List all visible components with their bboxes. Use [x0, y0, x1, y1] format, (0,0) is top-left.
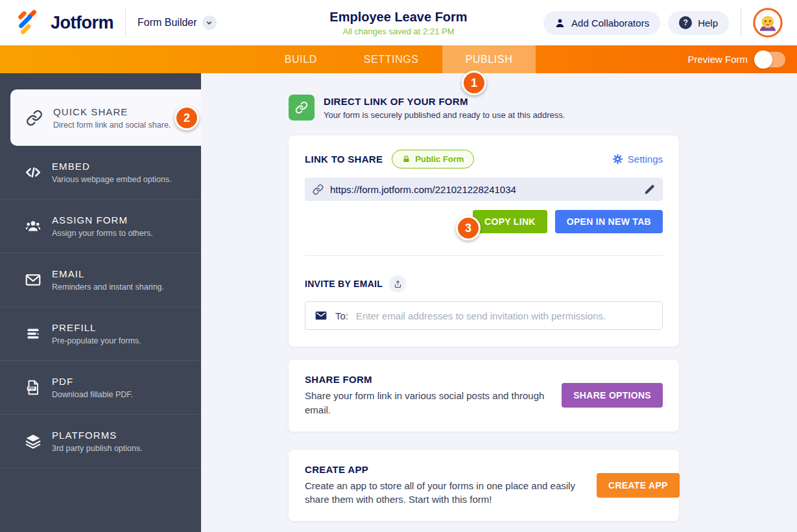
link-icon: [289, 95, 315, 121]
form-title-block: Employee Leave Form All changes saved at…: [329, 10, 467, 36]
people-icon: [25, 218, 42, 235]
step-1-badge: 1: [462, 71, 486, 95]
publish-content: DIRECT LINK OF YOUR FORM Your form is se…: [201, 73, 797, 532]
sidebar-item-description: 3rd party publish options.: [52, 444, 143, 453]
link-settings-button[interactable]: Settings: [612, 154, 663, 165]
product-switcher[interactable]: Form Builder: [137, 16, 217, 30]
link-to-share-card: LINK TO SHARE Public Form Settings https…: [289, 135, 679, 347]
envelope-icon: [25, 272, 42, 288]
prefill-lines-icon: [25, 325, 42, 342]
card-divider: [305, 255, 663, 256]
sidebar-item-platforms[interactable]: PLATFORMS 3rd party publish options.: [0, 415, 201, 468]
direct-link-header: DIRECT LINK OF YOUR FORM Your form is se…: [289, 95, 797, 121]
builder-nav: BUILD SETTINGS PUBLISH Preview Form: [0, 45, 797, 73]
share-options-button[interactable]: SHARE OPTIONS: [562, 383, 663, 408]
preview-form-control: Preview Form: [687, 45, 785, 73]
layers-icon: [25, 433, 42, 450]
create-app-card: CREATE APP Create an app to store all of…: [289, 450, 679, 522]
sidebar-item-label: QUICK SHARE: [53, 106, 171, 117]
preview-form-label: Preview Form: [687, 54, 748, 65]
share-form-description: Share your form link in various social p…: [305, 389, 558, 417]
sidebar-item-assign-form[interactable]: ASSIGN FORM Assign your forms to others.: [0, 200, 201, 253]
to-label: To:: [335, 310, 348, 321]
edit-url-button[interactable]: [644, 184, 655, 195]
tab-build[interactable]: BUILD: [261, 45, 340, 73]
invite-email-input[interactable]: [356, 310, 653, 321]
pdf-file-icon: PDF: [25, 379, 42, 396]
toggle-knob: [754, 51, 772, 69]
sidebar-item-description: Direct form link and social share.: [53, 121, 171, 130]
preview-form-toggle[interactable]: [755, 52, 785, 67]
link-icon: [313, 184, 324, 195]
publish-sidebar: QUICK SHARE Direct form link and social …: [0, 73, 201, 532]
step-2-badge: 2: [174, 106, 199, 130]
sidebar-item-description: Pre-populate your forms.: [52, 336, 141, 345]
gear-icon: [612, 154, 623, 165]
lock-icon: [402, 155, 410, 163]
sidebar-item-prefill[interactable]: PREFILL Pre-populate your forms.: [0, 307, 201, 361]
top-header: Jotform Form Builder Employee Leave Form…: [0, 0, 797, 45]
form-title: Employee Leave Form: [329, 10, 467, 25]
header-actions: Add Collaborators ? Help: [543, 8, 783, 38]
form-url: https://form.jotform.com/221021228241034: [330, 184, 516, 195]
sidebar-item-label: PREFILL: [52, 322, 141, 333]
sidebar-item-embed[interactable]: EMBED Various webpage embed options.: [0, 146, 201, 200]
sidebar-item-pdf[interactable]: PDF PDF Download fillable PDF.: [0, 361, 201, 415]
sidebar-item-description: Reminders and instant sharing.: [52, 283, 164, 292]
link-icon: [26, 110, 43, 126]
sidebar-item-label: EMBED: [52, 161, 172, 172]
upload-icon: [394, 280, 402, 288]
help-button[interactable]: ? Help: [668, 11, 729, 35]
section-subtitle: Your form is securely published and read…: [324, 110, 565, 120]
copy-link-button[interactable]: COPY LINK: [473, 210, 547, 233]
jotform-publish-page: Jotform Form Builder Employee Leave Form…: [0, 0, 797, 532]
sidebar-item-label: PDF: [52, 376, 133, 387]
sidebar-item-quick-share[interactable]: QUICK SHARE Direct form link and social …: [10, 89, 201, 146]
tab-publish[interactable]: PUBLISH: [442, 45, 536, 73]
add-collaborators-label: Add Collaborators: [571, 17, 649, 29]
sidebar-item-description: Download fillable PDF.: [52, 390, 133, 399]
invite-by-email-title: INVITE BY EMAIL: [305, 279, 383, 289]
section-title: DIRECT LINK OF YOUR FORM: [324, 95, 565, 107]
create-app-title: CREATE APP: [305, 464, 597, 475]
pencil-icon: [644, 184, 655, 195]
create-app-button[interactable]: CREATE APP: [597, 473, 680, 498]
form-url-field[interactable]: https://form.jotform.com/221021228241034: [305, 178, 663, 201]
jotform-logo-icon: [14, 9, 42, 36]
header-divider: [741, 8, 741, 37]
code-icon: [25, 164, 42, 181]
tab-settings[interactable]: SETTINGS: [340, 45, 442, 73]
jotform-wordmark: Jotform: [51, 13, 113, 33]
svg-text:PDF: PDF: [29, 387, 35, 390]
public-form-badge: Public Form: [392, 150, 474, 168]
avatar[interactable]: [753, 8, 783, 38]
chevron-down-icon: [202, 16, 217, 30]
settings-label: Settings: [628, 154, 663, 165]
jotform-logo[interactable]: Jotform: [14, 9, 113, 36]
public-form-label: Public Form: [415, 154, 464, 164]
step-3-badge: 3: [456, 216, 481, 240]
help-label: Help: [698, 17, 718, 29]
create-app-description: Create an app to store all of your forms…: [305, 479, 597, 507]
add-collaborators-button[interactable]: Add Collaborators: [543, 11, 660, 35]
open-in-new-tab-button[interactable]: OPEN IN NEW TAB: [555, 210, 663, 233]
question-icon: ?: [679, 16, 692, 29]
link-to-share-title: LINK TO SHARE: [305, 154, 383, 165]
sidebar-item-label: ASSIGN FORM: [52, 214, 153, 226]
sidebar-item-label: EMAIL: [52, 268, 164, 279]
share-form-title: SHARE FORM: [305, 374, 558, 385]
share-form-card: SHARE FORM Share your form link in vario…: [289, 360, 679, 432]
sidebar-item-email[interactable]: EMAIL Reminders and instant sharing.: [0, 253, 201, 307]
header-divider: [125, 8, 126, 37]
person-icon: [554, 17, 565, 29]
invite-email-field: To:: [305, 301, 663, 330]
share-invite-button[interactable]: [389, 275, 406, 292]
product-label: Form Builder: [137, 17, 197, 29]
sidebar-item-description: Various webpage embed options.: [52, 175, 172, 184]
envelope-icon: [315, 309, 327, 322]
save-status: All changes saved at 2:21 PM: [329, 27, 467, 36]
sidebar-item-description: Assign your forms to others.: [52, 229, 153, 238]
sidebar-item-label: PLATFORMS: [52, 430, 143, 441]
